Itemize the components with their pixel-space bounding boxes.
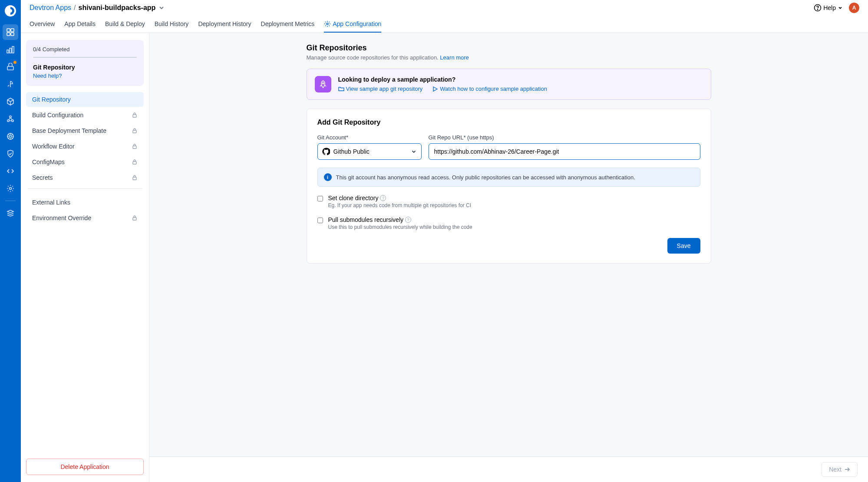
sidebar-item-environment-override[interactable]: Environment Override	[26, 211, 144, 225]
sidebar-item-base-deployment-template[interactable]: Base Deployment Template	[26, 123, 144, 138]
status-title: Git Repository	[33, 64, 137, 71]
view-sample-repo-link[interactable]: View sample app git repository	[338, 86, 423, 92]
svg-rect-21	[133, 162, 136, 164]
nav-settings-icon[interactable]	[3, 181, 18, 196]
nav-code-icon[interactable]	[3, 163, 18, 179]
nav-security-icon[interactable]	[3, 146, 18, 162]
git-account-label: Git Account*	[317, 134, 422, 141]
breadcrumb-sep: /	[74, 4, 76, 12]
status-progress	[33, 57, 137, 58]
status-card: 0/4 Completed Git Repository Need help?	[26, 40, 144, 86]
svg-point-13	[10, 135, 12, 138]
nav-store-icon[interactable]	[3, 59, 18, 75]
svg-rect-19	[133, 130, 136, 133]
tab-deployment-metrics[interactable]: Deployment Metrics	[261, 16, 315, 33]
sidebar-item-external-links[interactable]: External Links	[26, 195, 144, 210]
learn-more-link[interactable]: Learn more	[440, 54, 469, 61]
help-menu[interactable]: Help	[814, 4, 843, 12]
svg-rect-20	[133, 146, 136, 149]
svg-rect-5	[7, 50, 9, 53]
main-column: Devtron Apps / shivani-buildpacks-app He…	[21, 0, 868, 482]
git-url-input[interactable]	[429, 143, 700, 160]
gear-icon	[324, 20, 331, 27]
svg-rect-7	[12, 46, 14, 53]
lock-icon	[132, 143, 138, 149]
submodules-checkbox[interactable]	[317, 218, 323, 223]
sidebar-item-git-repository[interactable]: Git Repository	[26, 92, 144, 107]
tab-app-details[interactable]: App Details	[64, 16, 96, 33]
help-icon[interactable]: ?	[380, 195, 386, 201]
nav-applications-icon[interactable]	[3, 24, 18, 40]
nav-cube-icon[interactable]	[3, 94, 18, 109]
chevron-down-icon	[411, 149, 417, 155]
play-icon	[432, 86, 438, 92]
sidebar-item-workflow-editor[interactable]: Workflow Editor	[26, 139, 144, 154]
lock-icon	[132, 159, 138, 165]
svg-rect-22	[133, 177, 136, 180]
breadcrumb-current: shivani-buildpacks-app	[79, 4, 156, 12]
sidebar-item-secrets[interactable]: Secrets	[26, 170, 144, 185]
git-account-select[interactable]: Github Public	[317, 143, 422, 160]
nav-cluster-icon[interactable]	[3, 111, 18, 127]
arrow-right-icon	[844, 466, 850, 472]
page-body: Git Repositories Manage source code repo…	[149, 33, 868, 482]
svg-point-11	[12, 120, 13, 122]
svg-rect-2	[11, 29, 14, 32]
topbar: Devtron Apps / shivani-buildpacks-app He…	[21, 0, 868, 16]
add-git-repo-card: Add Git Repository Git Account* Github P…	[307, 109, 711, 264]
delete-application-button[interactable]: Delete Application	[26, 459, 144, 475]
sample-app-banner: Looking to deploy a sample application? …	[307, 69, 711, 100]
config-sidebar: 0/4 Completed Git Repository Need help? …	[21, 33, 149, 482]
clone-dir-sub: Eg. If your app needs code from multiple…	[328, 202, 472, 208]
rocket-icon	[315, 76, 331, 92]
breadcrumb-root[interactable]: Devtron Apps	[30, 4, 71, 12]
help-icon[interactable]: ?	[405, 217, 411, 223]
git-account-value: Github Public	[333, 148, 370, 155]
tab-build-history[interactable]: Build History	[155, 16, 189, 33]
tab-app-configuration[interactable]: App Configuration	[324, 16, 381, 33]
nav-deploy-icon[interactable]	[3, 76, 18, 92]
submodules-sub: Use this to pull submodules recursively …	[328, 224, 472, 230]
tab-deployment-history[interactable]: Deployment History	[198, 16, 251, 33]
github-icon	[322, 148, 330, 155]
chevron-down-icon[interactable]	[158, 4, 165, 11]
nav-charts-icon[interactable]	[3, 42, 18, 57]
page-title: Git Repositories	[307, 43, 711, 53]
status-count: 0/4 Completed	[33, 46, 137, 53]
user-avatar[interactable]: A	[849, 3, 859, 13]
svg-rect-4	[11, 33, 14, 36]
status-help-link[interactable]: Need help?	[33, 73, 137, 79]
help-label: Help	[823, 4, 836, 11]
sidebar-separator	[28, 188, 142, 189]
sidebar-item-configmaps[interactable]: ConfigMaps	[26, 155, 144, 169]
devtron-logo	[4, 4, 17, 17]
info-strip: i This git account has anonymous read ac…	[317, 168, 700, 187]
lock-icon	[132, 175, 138, 181]
lock-icon	[132, 112, 138, 118]
svg-rect-3	[7, 33, 10, 36]
watch-video-link[interactable]: Watch how to configure sample applicatio…	[432, 86, 547, 92]
sidebar-item-build-configuration[interactable]: Build Configuration	[26, 108, 144, 122]
svg-point-9	[10, 116, 11, 118]
svg-rect-8	[7, 66, 13, 70]
clone-dir-checkbox[interactable]	[317, 196, 323, 201]
svg-point-17	[327, 23, 328, 25]
tab-overview[interactable]: Overview	[30, 16, 55, 33]
banner-title: Looking to deploy a sample application?	[338, 76, 547, 83]
left-nav-rail	[0, 0, 21, 482]
tab-bar: OverviewApp DetailsBuild & DeployBuild H…	[21, 16, 868, 33]
next-button[interactable]: Next	[822, 462, 858, 477]
nav-stack-icon[interactable]	[3, 205, 18, 221]
info-icon: i	[324, 173, 332, 181]
svg-rect-1	[7, 29, 10, 32]
nav-bulk-icon[interactable]	[3, 129, 18, 144]
submodules-label: Pull submodules recursively ?	[328, 216, 472, 223]
breadcrumb: Devtron Apps / shivani-buildpacks-app	[30, 4, 165, 12]
help-icon	[814, 4, 822, 12]
svg-rect-18	[133, 115, 136, 117]
svg-rect-6	[10, 48, 11, 53]
card-title: Add Git Repository	[317, 119, 700, 126]
save-button[interactable]: Save	[667, 238, 700, 254]
nav-separator	[5, 201, 16, 201]
tab-build-deploy[interactable]: Build & Deploy	[105, 16, 145, 33]
